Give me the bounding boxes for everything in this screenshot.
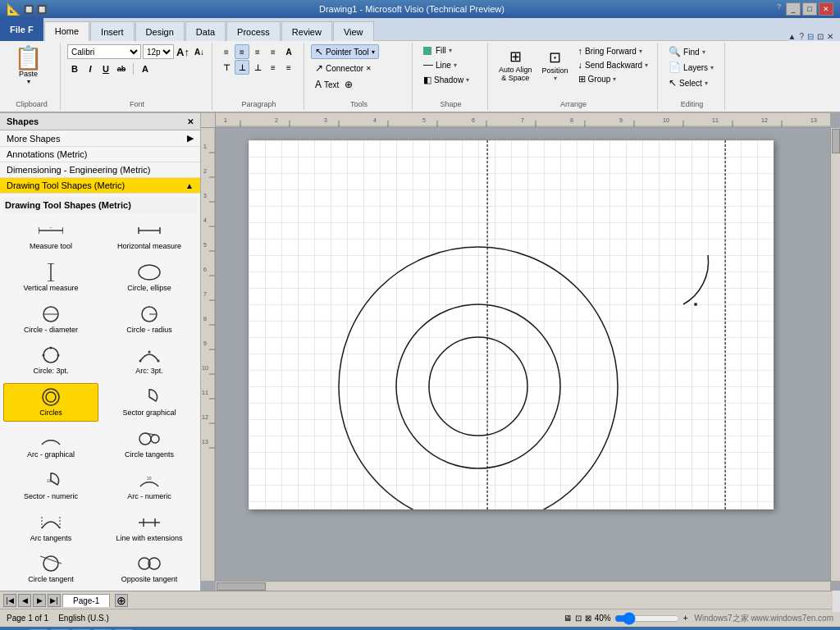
valign-top-button[interactable]: ⊤ <box>219 60 234 75</box>
tab-process[interactable]: Process <box>226 21 281 41</box>
canvas-area: 1 2 3 4 5 6 7 8 9 10 11 <box>201 113 840 591</box>
canvas-scroll[interactable] <box>216 128 830 581</box>
svg-text:3: 3 <box>324 117 327 123</box>
ruler-vertical: 1 2 3 4 5 6 7 8 9 10 11 <box>201 128 216 581</box>
pointer-tool-button[interactable]: ↖ Pointer Tool ▾ <box>311 44 379 59</box>
shape-circle-ellipse[interactable]: Circle, ellipse <box>102 258 197 297</box>
italic-button[interactable]: I <box>83 62 98 76</box>
svg-text:2: 2 <box>275 117 278 123</box>
shapes-close-icon[interactable]: ✕ <box>187 117 194 126</box>
shape-circle-radius[interactable]: Circle - radius <box>102 300 197 339</box>
svg-point-22 <box>43 389 59 405</box>
group-button[interactable]: ⊞ Group ▾ <box>574 72 653 86</box>
text-button[interactable]: A Text ⊕ <box>311 77 357 92</box>
shape-vertical-measure[interactable]: Vertical measure <box>3 258 98 297</box>
decrease-font-button[interactable]: A↓ <box>192 44 207 59</box>
shape-arc-numeric[interactable]: 10 Arc - numeric <box>102 467 197 505</box>
find-button[interactable]: 🔍 Find ▾ <box>664 44 709 59</box>
shape-arc-tangents[interactable]: Arc tangents <box>3 509 98 547</box>
bold-button[interactable]: B <box>67 62 82 76</box>
svg-text:↔: ↔ <box>49 225 53 230</box>
paste-button[interactable]: 📋 Paste ▾ <box>8 44 48 88</box>
underline-button[interactable]: U <box>98 62 113 76</box>
tab-insert[interactable]: Insert <box>90 21 135 41</box>
tab-review[interactable]: Review <box>281 21 332 41</box>
shape-circles[interactable]: Circles <box>3 383 98 422</box>
page-grid <box>249 140 774 509</box>
page-tab-next[interactable]: ▶ <box>33 594 46 607</box>
shape-circle-3pt[interactable]: Circle: 3pt. <box>3 341 98 380</box>
svg-point-18 <box>50 347 52 349</box>
tab-design[interactable]: Design <box>135 21 185 41</box>
shape-arc-graphical[interactable]: Arc - graphical <box>3 425 98 463</box>
vertical-scrollbar-thumb[interactable] <box>832 129 840 153</box>
shape-circle-tangents[interactable]: Circle tangents <box>102 425 197 463</box>
svg-text:10: 10 <box>147 476 152 481</box>
page-tab-1[interactable]: Page-1 <box>62 594 110 607</box>
tab-home[interactable]: Home <box>44 21 89 41</box>
line-button[interactable]: — Line ▾ <box>419 57 461 72</box>
layers-button[interactable]: 📄 Layers ▾ <box>664 60 718 75</box>
inc-indent-button[interactable]: ≡ <box>281 60 296 75</box>
shape-arc-3pt[interactable]: Arc: 3pt. <box>102 341 197 380</box>
tab-view[interactable]: View <box>333 21 374 41</box>
dec-indent-button[interactable]: ≡ <box>266 60 281 75</box>
page-tab-prev[interactable]: ◀ <box>18 594 31 607</box>
drawing-tool-nav[interactable]: Drawing Tool Shapes (Metric) ▲ <box>0 178 200 194</box>
vertical-scrollbar[interactable] <box>830 128 840 581</box>
shape-horizontal-measure[interactable]: Horizontal measure <box>102 217 197 255</box>
tools-group: ↖ Pointer Tool ▾ ↗ Connector ✕ A Text ⊕ … <box>306 43 413 110</box>
valign-mid-button[interactable]: ⊥ <box>235 60 249 75</box>
svg-point-17 <box>57 354 60 357</box>
tab-data[interactable]: Data <box>185 21 226 41</box>
position-button[interactable]: ⊡ Position ▾ <box>538 44 573 85</box>
font-size-select[interactable]: 12pt <box>143 44 174 59</box>
window-controls: ? _ □ ✕ <box>777 2 833 16</box>
more-shapes-nav[interactable]: More Shapes ▶ <box>0 130 200 147</box>
ruler-corner <box>201 113 216 128</box>
indent-button[interactable]: A <box>281 44 296 59</box>
editing-group: 🔍 Find ▾ 📄 Layers ▾ ↖ Select ▾ Editing <box>660 43 725 110</box>
shadow-button[interactable]: ◧ Shadow ▾ <box>419 73 473 87</box>
horizontal-scrollbar[interactable] <box>216 581 830 591</box>
send-backward-button[interactable]: ↓ Send Backward ▾ <box>574 58 653 71</box>
shape-opposite-tangent[interactable]: Opposite tangent <box>102 550 197 588</box>
shape-line-extensions[interactable]: Line with extensions <box>102 509 197 547</box>
annotations-nav[interactable]: Annotations (Metric) <box>0 147 200 162</box>
select-button[interactable]: ↖ Select ▾ <box>664 75 712 90</box>
restore-button[interactable]: □ <box>802 2 817 16</box>
shapes-panel: Shapes ✕ More Shapes ▶ Annotations (Metr… <box>0 113 201 591</box>
horizontal-scrollbar-thumb[interactable] <box>217 582 266 591</box>
dimensioning-nav[interactable]: Dimensioning - Engineering (Metric) <box>0 162 200 178</box>
shapes-section-title: Drawing Tool Shapes (Metric) <box>3 197 197 213</box>
strikethrough-button[interactable]: ab <box>114 62 129 76</box>
shape-group: Fill ▾ — Line ▾ ◧ Shadow ▾ Shape <box>414 43 488 110</box>
close-button[interactable]: ✕ <box>819 2 833 16</box>
bring-forward-button[interactable]: ↑ Bring Forward ▾ <box>574 44 653 57</box>
zoom-slider[interactable] <box>614 612 680 625</box>
font-separator <box>133 63 134 75</box>
page-boundary-left <box>486 140 488 509</box>
auto-align-button[interactable]: ⊞ Auto Align & Space <box>495 44 536 85</box>
shape-measure-tool[interactable]: ↔ Measure tool <box>3 217 98 255</box>
page-tab-last[interactable]: ▶| <box>48 594 61 607</box>
font-name-select[interactable]: Calibri <box>67 44 141 59</box>
align-left-button[interactable]: ≡ <box>219 44 234 59</box>
align-right-button[interactable]: ≡ <box>250 44 265 59</box>
file-tab[interactable]: File F <box>0 18 43 41</box>
shape-circle-diameter[interactable]: Circle - diameter <box>3 300 98 339</box>
align-center-button[interactable]: ≡ <box>235 44 249 59</box>
increase-font-button[interactable]: A↑ <box>176 44 190 59</box>
valign-bot-button[interactable]: ⊥ <box>250 60 265 75</box>
shape-circle-tangent[interactable]: Circle tangent <box>3 550 98 588</box>
shape-sector-numeric[interactable]: 10 Sector - numeric <box>3 467 98 505</box>
list-button[interactable]: ≡ <box>266 44 281 59</box>
font-group: Calibri 12pt A↑ A↓ B I U ab A Font <box>62 43 212 110</box>
page-insert-button[interactable]: ⊕ <box>115 594 128 607</box>
connector-button[interactable]: ↗ Connector ✕ <box>311 61 376 75</box>
shape-sector-graphical[interactable]: Sector graphical <box>102 383 197 422</box>
fill-button[interactable]: Fill ▾ <box>419 44 456 57</box>
font-color-button[interactable]: A <box>138 62 153 76</box>
page-tab-first[interactable]: |◀ <box>3 594 16 607</box>
minimize-button[interactable]: _ <box>786 2 801 16</box>
